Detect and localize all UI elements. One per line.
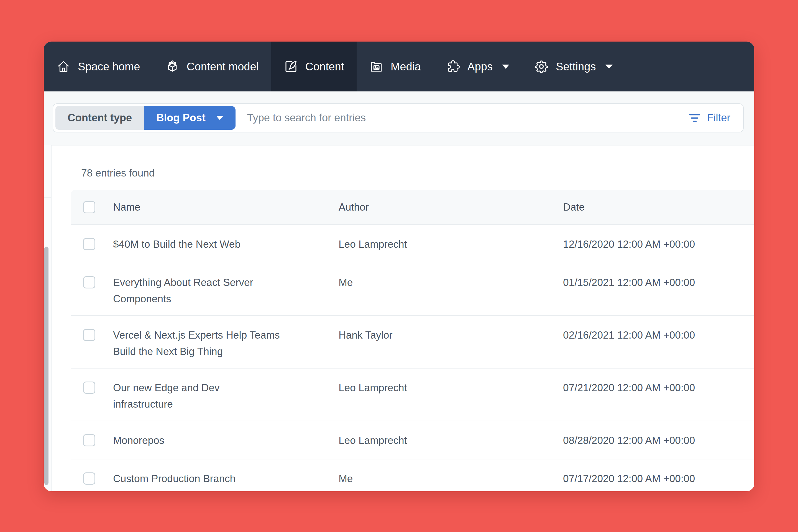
row-checkbox-cell bbox=[71, 316, 113, 368]
nav-tab-space-home[interactable]: Space home bbox=[44, 41, 153, 92]
content-type-dropdown[interactable]: Blog Post bbox=[144, 106, 235, 130]
content-type-value: Blog Post bbox=[156, 112, 205, 124]
select-all-checkbox[interactable] bbox=[83, 201, 95, 213]
entry-name: Monorepos bbox=[113, 421, 339, 459]
row-checkbox[interactable] bbox=[83, 434, 95, 446]
filter-label: Filter bbox=[707, 112, 730, 124]
home-icon bbox=[56, 59, 71, 74]
search-panel: Content type Blog Post Filter bbox=[44, 92, 754, 146]
column-header-name: Name bbox=[113, 202, 339, 213]
filter-icon bbox=[689, 113, 701, 123]
nav-tab-label: Apps bbox=[468, 60, 493, 73]
row-checkbox[interactable] bbox=[83, 276, 95, 288]
row-checkbox[interactable] bbox=[83, 382, 95, 394]
entry-author: Me bbox=[339, 263, 563, 315]
entry-name: Everything About React Server Components bbox=[113, 263, 339, 315]
entry-date: 08/28/2020 12:00 AM +00:00 bbox=[563, 421, 754, 459]
row-checkbox[interactable] bbox=[83, 238, 95, 250]
nav-tab-settings[interactable]: Settings bbox=[522, 41, 625, 92]
search-input[interactable] bbox=[247, 112, 687, 124]
apps-icon bbox=[446, 59, 460, 74]
nav-tab-label: Content model bbox=[187, 60, 259, 73]
column-header-author: Author bbox=[339, 202, 563, 213]
column-header-date: Date bbox=[563, 202, 754, 213]
nav-tab-label: Media bbox=[391, 60, 421, 73]
top-navbar: Space home Content model Content bbox=[44, 41, 754, 92]
table-row[interactable]: $40M to Build the Next Web Leo Lamprecht… bbox=[71, 225, 754, 263]
entries-table: Name Author Date $40M to Build the Next … bbox=[71, 190, 754, 491]
app-window: Space home Content model Content bbox=[44, 41, 754, 491]
row-checkbox-cell bbox=[71, 225, 113, 263]
entry-author: Hank Taylor bbox=[339, 316, 563, 368]
entry-name: $40M to Build the Next Web bbox=[113, 225, 339, 263]
row-checkbox-cell bbox=[71, 368, 113, 421]
entry-date: 01/15/2021 12:00 AM +00:00 bbox=[563, 263, 754, 315]
header-checkbox-cell bbox=[71, 201, 113, 213]
settings-icon bbox=[534, 59, 549, 74]
content-model-icon bbox=[165, 59, 179, 74]
entry-search-bar: Content type Blog Post Filter bbox=[53, 103, 744, 132]
table-row[interactable]: Our new Edge and Dev infrastructure Leo … bbox=[71, 368, 754, 421]
left-rail bbox=[44, 145, 52, 491]
nav-tab-label: Settings bbox=[556, 60, 596, 73]
media-icon bbox=[369, 59, 383, 74]
desktop-background: Space home Content model Content bbox=[0, 0, 798, 532]
entry-author: Leo Lamprecht bbox=[339, 421, 563, 459]
entry-name: Custom Production Branch bbox=[113, 459, 339, 491]
table-header-row: Name Author Date bbox=[71, 190, 754, 225]
entry-name: Vercel & Next.js Experts Help Teams Buil… bbox=[113, 316, 339, 368]
nav-tab-label: Space home bbox=[78, 60, 140, 73]
row-checkbox-cell bbox=[71, 263, 113, 315]
entry-author: Leo Lamprecht bbox=[339, 225, 563, 263]
entry-date: 07/21/2020 12:00 AM +00:00 bbox=[563, 368, 754, 421]
nav-tab-label: Content bbox=[305, 60, 344, 73]
table-row[interactable]: Everything About React Server Components… bbox=[71, 263, 754, 315]
row-checkbox[interactable] bbox=[83, 329, 95, 341]
content-icon bbox=[284, 59, 298, 74]
chevron-down-icon bbox=[216, 116, 223, 120]
filter-button[interactable]: Filter bbox=[687, 112, 732, 124]
entry-date: 07/17/2020 12:00 AM +00:00 bbox=[563, 459, 754, 491]
nav-tab-apps[interactable]: Apps bbox=[433, 41, 522, 92]
table-row[interactable]: Monorepos Leo Lamprecht 08/28/2020 12:00… bbox=[71, 421, 754, 459]
nav-tab-content-model[interactable]: Content model bbox=[153, 41, 271, 92]
nav-tab-media[interactable]: Media bbox=[357, 41, 433, 92]
table-row[interactable]: Custom Production Branch Me 07/17/2020 1… bbox=[71, 459, 754, 491]
entry-author: Leo Lamprecht bbox=[339, 368, 563, 421]
table-row[interactable]: Vercel & Next.js Experts Help Teams Buil… bbox=[71, 315, 754, 368]
entry-name: Our new Edge and Dev infrastructure bbox=[113, 368, 339, 421]
row-checkbox-cell bbox=[71, 459, 113, 491]
chevron-down-icon bbox=[605, 64, 613, 69]
nav-tab-content[interactable]: Content bbox=[271, 41, 357, 92]
entries-count: 78 entries found bbox=[81, 167, 155, 179]
entry-date: 02/16/2021 12:00 AM +00:00 bbox=[563, 316, 754, 368]
row-checkbox[interactable] bbox=[83, 472, 95, 484]
entry-author: Me bbox=[339, 459, 563, 491]
content-type-label: Content type bbox=[55, 106, 144, 130]
entry-date: 12/16/2020 12:00 AM +00:00 bbox=[563, 225, 754, 263]
background-sheet-edge bbox=[44, 247, 49, 485]
row-checkbox-cell bbox=[71, 421, 113, 459]
chevron-down-icon bbox=[502, 64, 509, 69]
